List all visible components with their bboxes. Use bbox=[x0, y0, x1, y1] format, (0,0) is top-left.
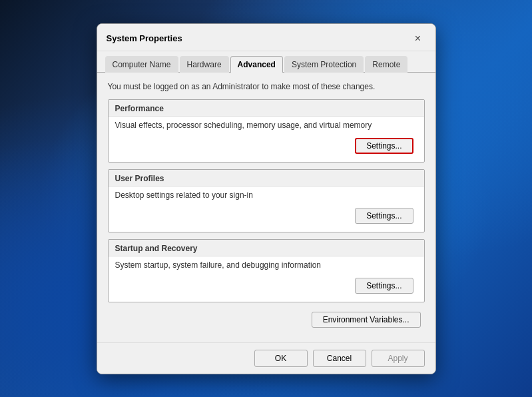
env-variables-button[interactable]: Environment Variables... bbox=[312, 312, 421, 328]
performance-section: Performance Visual effects, processor sc… bbox=[108, 99, 425, 163]
admin-notice: You must be logged on as an Administrato… bbox=[108, 82, 425, 91]
user-profiles-body: Desktop settings related to your sign-in… bbox=[109, 187, 424, 232]
tab-content: You must be logged on as an Administrato… bbox=[97, 73, 435, 342]
startup-recovery-header: Startup and Recovery bbox=[109, 240, 424, 256]
env-variables-row: Environment Variables... bbox=[108, 309, 425, 333]
startup-recovery-settings-button[interactable]: Settings... bbox=[355, 278, 413, 294]
performance-body: Visual effects, processor scheduling, me… bbox=[109, 117, 424, 162]
user-profiles-header: User Profiles bbox=[109, 170, 424, 187]
tab-advanced[interactable]: Advanced bbox=[230, 56, 283, 73]
system-properties-dialog: System Properties × Computer Name Hardwa… bbox=[97, 23, 436, 374]
performance-header: Performance bbox=[109, 100, 424, 117]
performance-description: Visual effects, processor scheduling, me… bbox=[115, 121, 417, 130]
user-profiles-description: Desktop settings related to your sign-in bbox=[115, 191, 417, 200]
close-button[interactable]: × bbox=[410, 31, 426, 47]
dialog-footer: OK Cancel Apply bbox=[97, 342, 435, 374]
user-profiles-footer: Settings... bbox=[115, 205, 417, 228]
startup-recovery-section: Startup and Recovery System startup, sys… bbox=[108, 239, 425, 302]
user-profiles-section: User Profiles Desktop settings related t… bbox=[108, 169, 425, 232]
tab-hardware[interactable]: Hardware bbox=[180, 56, 229, 73]
user-profiles-settings-button[interactable]: Settings... bbox=[355, 208, 413, 224]
startup-recovery-body: System startup, system failure, and debu… bbox=[109, 256, 424, 302]
tab-bar: Computer Name Hardware Advanced System P… bbox=[97, 51, 435, 73]
title-bar: System Properties × bbox=[97, 24, 435, 51]
performance-settings-button[interactable]: Settings... bbox=[355, 138, 413, 154]
cancel-button[interactable]: Cancel bbox=[313, 350, 366, 367]
ok-button[interactable]: OK bbox=[254, 350, 308, 367]
tab-computer-name[interactable]: Computer Name bbox=[105, 56, 178, 73]
tab-system-protection[interactable]: System Protection bbox=[284, 56, 364, 73]
tab-remote[interactable]: Remote bbox=[365, 56, 407, 73]
startup-recovery-footer: Settings... bbox=[115, 275, 417, 298]
apply-button[interactable]: Apply bbox=[372, 350, 425, 367]
performance-footer: Settings... bbox=[115, 135, 417, 158]
startup-recovery-description: System startup, system failure, and debu… bbox=[115, 260, 417, 270]
dialog-title: System Properties bbox=[107, 33, 182, 43]
